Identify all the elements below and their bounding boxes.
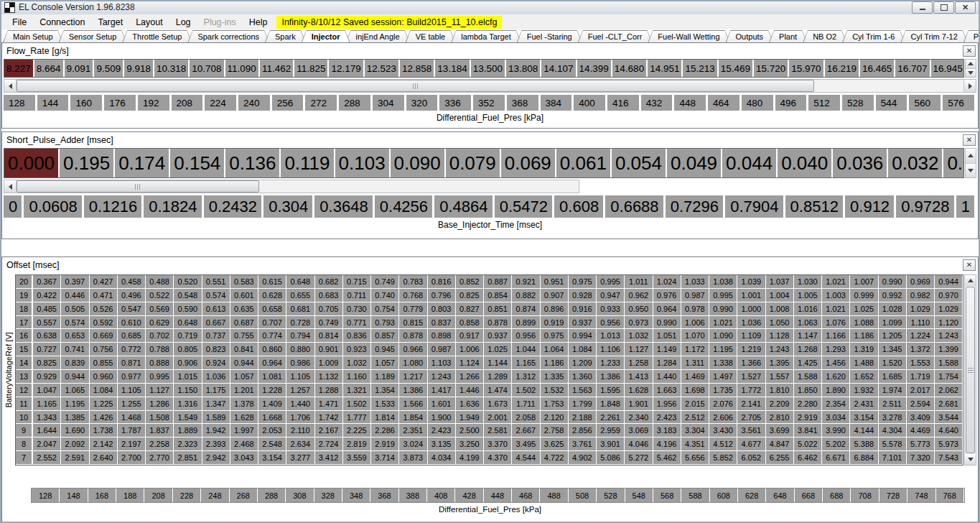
offset-cell[interactable]: 2.351 (399, 424, 427, 438)
spin-up-button[interactable] (966, 60, 976, 69)
offset-cell[interactable]: 0.683 (315, 289, 343, 302)
offset-cell[interactable]: 0.574 (202, 289, 230, 302)
offset-cell[interactable]: 3.561 (737, 424, 765, 438)
offset-cell[interactable]: 1.742 (315, 411, 343, 425)
offset-cell[interactable]: 2.053 (258, 424, 286, 438)
close-button[interactable]: ✕ (955, 1, 976, 14)
offset-cell[interactable]: 1.051 (653, 329, 681, 343)
offset-cell[interactable]: 2.468 (230, 438, 258, 451)
offset-cell[interactable]: 0.526 (90, 302, 118, 316)
offset-cell[interactable]: 2.167 (315, 424, 343, 438)
offset-cell[interactable]: 0.855 (90, 356, 118, 370)
flow-rate-cell[interactable]: 15.469 (719, 60, 754, 77)
offset-cell[interactable]: 0.992 (879, 289, 907, 302)
flow-rate-cell[interactable]: 10.708 (190, 60, 225, 77)
offset-cell[interactable]: 1.372 (907, 343, 935, 356)
offset-cell[interactable]: 1.601 (428, 397, 456, 411)
menu-connection[interactable]: Connection (33, 16, 91, 29)
offset-cell[interactable]: 2.142 (90, 438, 118, 451)
offset-cell[interactable]: 7.320 (907, 451, 935, 465)
offset-cell[interactable]: 1.209 (569, 356, 597, 370)
offset-cell[interactable]: 0.592 (90, 316, 118, 330)
offset-cell[interactable]: 0.768 (399, 289, 427, 302)
offset-cell[interactable]: 0.929 (33, 370, 61, 384)
offset-cell[interactable]: 1.754 (935, 370, 963, 384)
offset-cell[interactable]: 0.987 (428, 343, 456, 356)
offset-cell[interactable]: 0.899 (512, 316, 540, 330)
scroll-left-button[interactable] (4, 180, 17, 193)
offset-cell[interactable]: 3.714 (371, 451, 399, 465)
offset-cell[interactable]: 1.386 (399, 384, 427, 397)
offset-cell[interactable]: 5.773 (907, 438, 935, 451)
offset-cell[interactable]: 1.015 (174, 370, 202, 384)
offset-cell[interactable]: 1.065 (61, 384, 89, 397)
offset-cell[interactable]: 5.388 (850, 438, 878, 451)
offset-cell[interactable]: 1.050 (766, 316, 794, 330)
offset-cell[interactable]: 0.707 (258, 316, 286, 330)
offset-cell[interactable]: 0.964 (258, 356, 286, 370)
tab-sensor-setup[interactable]: Sensor Setup (59, 30, 127, 42)
offset-cell[interactable]: 5.852 (709, 451, 737, 465)
offset-cell[interactable]: 1.225 (90, 397, 118, 411)
short-pulse-cell[interactable]: 0.154 (170, 149, 225, 177)
offset-cell[interactable]: 3.699 (766, 424, 794, 438)
offset-cell[interactable]: 3.412 (315, 451, 343, 465)
offset-cell[interactable]: 1.799 (569, 397, 597, 411)
offset-cell[interactable]: 3.761 (569, 438, 597, 451)
offset-cell[interactable]: 2.634 (286, 438, 314, 451)
offset-cell[interactable]: 0.574 (61, 316, 89, 330)
offset-cell[interactable]: 1.440 (653, 370, 681, 384)
spin-up-button[interactable] (966, 149, 976, 164)
offset-cell[interactable]: 0.887 (484, 275, 512, 289)
offset-cell[interactable]: 0.945 (371, 343, 399, 356)
offset-cell[interactable]: 0.814 (315, 329, 343, 343)
minimize-button[interactable] (912, 1, 933, 14)
offset-cell[interactable]: 0.896 (541, 302, 569, 316)
offset-cell[interactable]: 1.186 (541, 356, 569, 370)
offset-cell[interactable]: 2.261 (597, 411, 625, 425)
offset-cell[interactable]: 0.771 (343, 316, 371, 330)
offset-cell[interactable]: 2.581 (484, 424, 512, 438)
offset-cell[interactable]: 1.628 (230, 411, 258, 425)
offset-cell[interactable]: 1.029 (907, 302, 935, 316)
short-pulse-cell[interactable]: 0.049 (667, 149, 722, 177)
offset-cell[interactable]: 0.610 (118, 316, 146, 330)
offset-cell[interactable]: 1.001 (737, 289, 765, 302)
offset-cell[interactable]: 1.084 (90, 384, 118, 397)
offset-cell[interactable]: 0.705 (315, 302, 343, 316)
flow-rate-cell[interactable]: 13.184 (435, 60, 470, 77)
offset-cell[interactable]: 0.590 (174, 302, 202, 316)
offset-cell[interactable]: 2.919 (371, 438, 399, 451)
offset-cell[interactable]: 1.343 (33, 411, 61, 425)
offset-cell[interactable]: 2.058 (512, 411, 540, 425)
offset-cell[interactable]: 0.741 (61, 343, 89, 356)
offset-cell[interactable]: 1.080 (399, 356, 427, 370)
offset-cell[interactable]: 1.109 (737, 329, 765, 343)
offset-cell[interactable]: 1.033 (681, 275, 709, 289)
offset-cell[interactable]: 3.495 (512, 438, 540, 451)
offset-cell[interactable]: 1.553 (907, 356, 935, 370)
offset-cell[interactable]: 2.423 (428, 424, 456, 438)
offset-cell[interactable]: 1.321 (343, 384, 371, 397)
offset-cell[interactable]: 1.105 (118, 384, 146, 397)
offset-cell[interactable]: 1.007 (850, 275, 878, 289)
offset-cell[interactable]: 1.949 (456, 411, 484, 425)
offset-cell[interactable]: 0.730 (343, 302, 371, 316)
offset-cell[interactable]: 2.393 (202, 438, 230, 451)
offset-cell[interactable]: 3.841 (794, 424, 822, 438)
offset-cell[interactable]: 0.995 (709, 289, 737, 302)
flow-rate-cell[interactable]: 16.465 (860, 60, 895, 77)
flow-rate-cell[interactable]: 12.179 (329, 60, 364, 77)
offset-cell[interactable]: 0.669 (90, 329, 118, 343)
offset-cell[interactable]: 1.338 (709, 356, 737, 370)
offset-cell[interactable]: 1.063 (794, 316, 822, 330)
offset-cell[interactable]: 1.284 (653, 356, 681, 370)
offset-cell[interactable]: 0.928 (569, 289, 597, 302)
offset-cell[interactable]: 2.110 (286, 424, 314, 438)
flow-rate-cell[interactable]: 9.918 (124, 60, 154, 77)
flow-rate-cell[interactable]: 13.500 (471, 60, 506, 77)
offset-cell[interactable]: 1.266 (456, 370, 484, 384)
tab-throttle-setup[interactable]: Throttle Setup (122, 30, 192, 42)
offset-cell[interactable]: 2.354 (822, 397, 850, 411)
offset-cell[interactable]: 0.837 (428, 316, 456, 330)
